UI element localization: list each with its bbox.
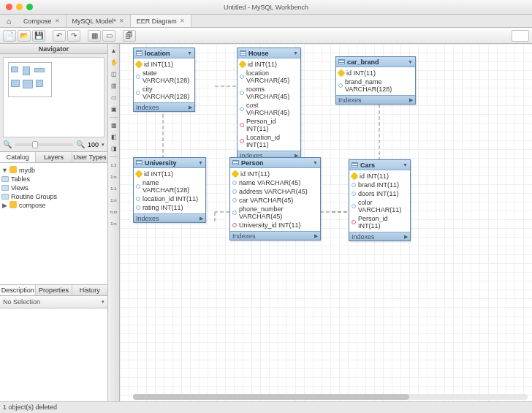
entity-header[interactable]: Cars▼ bbox=[349, 160, 410, 170]
entity-header[interactable]: Person▼ bbox=[230, 158, 320, 168]
column-row[interactable]: state VARCHAR(128) bbox=[136, 69, 192, 85]
tree-item-routine-groups[interactable]: Routine Groups bbox=[1, 192, 106, 201]
proptab-properties[interactable]: Properties bbox=[36, 285, 72, 295]
save-button[interactable]: 💾 bbox=[32, 30, 45, 42]
column-row[interactable]: Person_id INT(11) bbox=[240, 117, 298, 133]
column-row[interactable]: rating INT(11) bbox=[136, 203, 203, 212]
chevron-down-icon[interactable]: ▼ bbox=[408, 59, 413, 64]
entity-car_brand[interactable]: car_brand▼id INT(11)brand_name VARCHAR(1… bbox=[335, 56, 416, 105]
view-tool[interactable]: ◧ bbox=[109, 132, 118, 142]
tree-item-db[interactable]: ▼ mydb bbox=[1, 166, 106, 175]
column-row[interactable]: color VARCHAR(11) bbox=[352, 198, 408, 214]
chevron-down-icon[interactable]: ▼ bbox=[403, 162, 408, 167]
grid-button[interactable]: ▦ bbox=[88, 30, 101, 42]
column-row[interactable]: car VARCHAR(45) bbox=[232, 196, 318, 205]
eer-canvas[interactable]: location▼id INT(11)state VARCHAR(128)cit… bbox=[120, 44, 532, 401]
tab-compose[interactable]: Compose ✕ bbox=[18, 15, 66, 27]
zoom-in-icon[interactable]: 🔍 bbox=[76, 140, 85, 148]
column-row[interactable]: phone_number VARCHAR(45) bbox=[232, 205, 318, 221]
column-row[interactable]: location_id INT(11) bbox=[136, 194, 203, 203]
sidetab-user-types[interactable]: User Types bbox=[72, 152, 107, 162]
diagram-minimap[interactable] bbox=[3, 57, 104, 137]
entity-header[interactable]: location▼ bbox=[134, 48, 194, 58]
relation-n-m-tool[interactable]: n:m bbox=[109, 207, 118, 216]
entity-house[interactable]: House▼id INT(11)location VARCHAR(45)room… bbox=[237, 48, 301, 160]
entity-indexes[interactable]: Indexes▶ bbox=[349, 232, 410, 240]
routine-group-tool[interactable]: ◨ bbox=[109, 144, 118, 154]
column-row[interactable]: name VARCHAR(45) bbox=[232, 178, 318, 187]
column-row[interactable]: city VARCHAR(128) bbox=[136, 85, 192, 101]
close-icon[interactable]: ✕ bbox=[180, 18, 185, 24]
entity-header[interactable]: University▼ bbox=[134, 158, 205, 168]
horizontal-scrollbar[interactable] bbox=[133, 394, 528, 400]
column-row[interactable]: doors INT(11) bbox=[352, 189, 408, 198]
column-row[interactable]: location VARCHAR(45) bbox=[240, 69, 298, 85]
tree-item-compose[interactable]: ▶ compose bbox=[1, 201, 106, 210]
column-row[interactable]: brand INT(11) bbox=[352, 181, 408, 189]
relation-1-n-tool[interactable]: 1:n bbox=[109, 172, 118, 181]
entity-indexes[interactable]: Indexes▶ bbox=[336, 95, 415, 104]
column-row[interactable]: name VARCHAR(128) bbox=[136, 178, 203, 194]
chevron-down-icon[interactable]: ▼ bbox=[313, 160, 318, 165]
column-row[interactable]: cost VARCHAR(45) bbox=[240, 101, 298, 117]
image-tool[interactable]: ▣ bbox=[109, 105, 118, 114]
chevron-down-icon[interactable]: ▼ bbox=[187, 50, 192, 56]
column-row[interactable]: address VARCHAR(45) bbox=[232, 187, 318, 196]
entity-university[interactable]: University▼id INT(11)name VARCHAR(128)lo… bbox=[133, 157, 206, 223]
tree-item-tables[interactable]: Tables bbox=[1, 175, 106, 183]
erase-tool[interactable]: ◫ bbox=[109, 69, 118, 79]
entity-header[interactable]: House▼ bbox=[238, 48, 300, 58]
sidetab-layers[interactable]: Layers bbox=[36, 152, 72, 162]
column-row[interactable]: id INT(11) bbox=[136, 60, 192, 69]
entity-person[interactable]: Person▼id INT(11)name VARCHAR(45)address… bbox=[229, 157, 321, 240]
entity-indexes[interactable]: Indexes▶ bbox=[134, 213, 205, 222]
relation-1-1-id-tool[interactable]: 1:1 bbox=[109, 183, 118, 193]
proptab-description[interactable]: Description bbox=[0, 285, 36, 295]
column-row[interactable]: id INT(11) bbox=[352, 172, 408, 181]
relation-existing-tool[interactable]: 1:n bbox=[109, 219, 118, 228]
layer-tool[interactable]: ▥ bbox=[109, 81, 118, 91]
column-row[interactable]: rooms VARCHAR(45) bbox=[240, 85, 298, 101]
table-tool[interactable]: ▦ bbox=[109, 121, 118, 130]
notes-button[interactable]: ▭ bbox=[102, 30, 115, 42]
chevron-down-icon[interactable]: ▼ bbox=[198, 160, 203, 165]
column-row[interactable]: id INT(11) bbox=[232, 170, 318, 178]
chevron-down-icon[interactable]: ▼ bbox=[293, 50, 298, 56]
column-row[interactable]: University_id INT(11) bbox=[232, 221, 318, 230]
close-icon[interactable]: ✕ bbox=[55, 18, 60, 24]
close-icon[interactable]: ✕ bbox=[119, 18, 124, 24]
home-tab[interactable]: ⌂ bbox=[0, 15, 18, 27]
export-button[interactable]: 🗐 bbox=[123, 30, 136, 42]
note-tool[interactable]: ▭ bbox=[109, 93, 118, 102]
proptab-history[interactable]: History bbox=[72, 285, 107, 295]
zoom-out-icon[interactable]: 🔍 bbox=[3, 140, 12, 148]
search-input[interactable] bbox=[512, 30, 529, 42]
tab-mysql-model[interactable]: MySQL Model* ✕ bbox=[66, 15, 131, 27]
column-row[interactable]: id INT(11) bbox=[136, 170, 203, 178]
relation-1-1-tool[interactable]: 1:1 bbox=[109, 160, 118, 170]
pointer-tool[interactable]: ▲ bbox=[109, 46, 118, 56]
redo-button[interactable]: ↷ bbox=[67, 30, 80, 42]
column-row[interactable]: id INT(11) bbox=[240, 60, 298, 69]
column-row[interactable]: brand_name VARCHAR(128) bbox=[338, 77, 413, 94]
column-row[interactable]: Location_id INT(11) bbox=[240, 133, 298, 149]
zoom-dropdown-icon[interactable]: ▾ bbox=[102, 142, 104, 148]
sidetab-catalog[interactable]: Catalog bbox=[0, 152, 36, 162]
column-row[interactable]: Person_id INT(11) bbox=[352, 214, 408, 230]
entity-indexes[interactable]: Indexes▶ bbox=[230, 231, 320, 240]
entity-indexes[interactable]: Indexes▶ bbox=[134, 102, 194, 111]
entity-cars[interactable]: Cars▼id INT(11)brand INT(11)doors INT(11… bbox=[349, 159, 411, 241]
relation-1-n-id-tool[interactable]: 1:n bbox=[109, 195, 118, 205]
entity-header[interactable]: car_brand▼ bbox=[336, 57, 415, 67]
column-row[interactable]: id INT(11) bbox=[338, 69, 413, 77]
tree-item-views[interactable]: Views bbox=[1, 183, 106, 192]
selection-indicator[interactable]: No Selection ▾ bbox=[0, 296, 107, 308]
catalog-tree[interactable]: ▼ mydb Tables Views Routine Groups ▶ com… bbox=[0, 163, 107, 284]
zoom-slider[interactable] bbox=[15, 143, 73, 146]
hand-tool[interactable]: ✋ bbox=[109, 58, 118, 67]
new-file-button[interactable]: 📄 bbox=[3, 30, 16, 42]
open-button[interactable]: 📂 bbox=[18, 30, 31, 42]
entity-location[interactable]: location▼id INT(11)state VARCHAR(128)cit… bbox=[133, 48, 195, 112]
undo-button[interactable]: ↶ bbox=[53, 30, 66, 42]
tab-eer-diagram[interactable]: EER Diagram ✕ bbox=[131, 15, 191, 27]
